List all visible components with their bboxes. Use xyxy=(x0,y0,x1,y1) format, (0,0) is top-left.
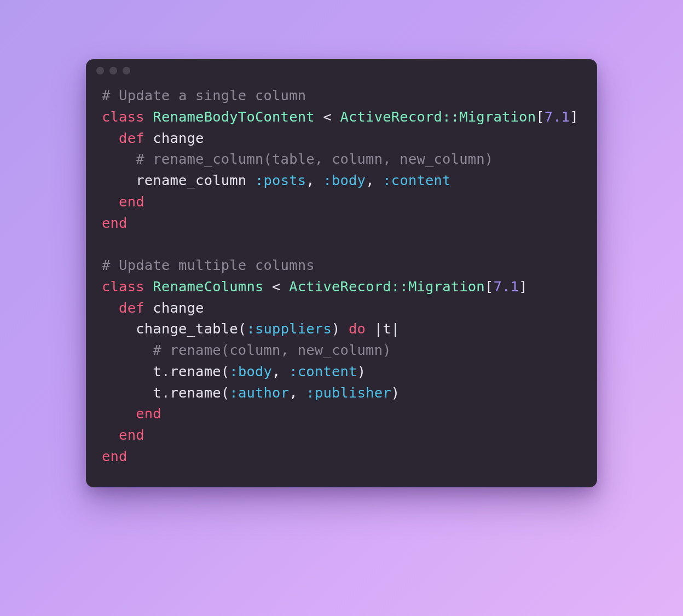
keyword-do: do xyxy=(349,320,366,337)
keyword-end: end xyxy=(102,427,144,443)
method-call: rename xyxy=(170,384,221,401)
bracket: ] xyxy=(570,108,578,125)
version-number: 7.1 xyxy=(545,108,570,125)
code-comment: # rename(column, new_column) xyxy=(102,342,391,358)
symbol-arg: :body xyxy=(323,172,366,188)
traffic-light-zoom-icon xyxy=(123,67,130,74)
method-call: rename_column xyxy=(136,172,246,188)
keyword-class: class xyxy=(102,108,153,125)
code-window: # Update a single column class RenameBod… xyxy=(86,59,597,487)
traffic-light-close-icon xyxy=(96,67,104,74)
paren: ) xyxy=(357,363,366,379)
version-number: 7.1 xyxy=(493,278,519,295)
code-area: # Update a single column class RenameBod… xyxy=(86,82,597,487)
receiver: t xyxy=(153,384,161,401)
method-call: rename xyxy=(170,363,221,379)
bracket: [ xyxy=(485,278,494,295)
symbol-arg: :posts xyxy=(255,172,306,188)
indent xyxy=(102,363,153,379)
paren: ) xyxy=(391,384,400,401)
receiver: t xyxy=(153,363,161,379)
operator: < xyxy=(264,278,290,295)
symbol-arg: :content xyxy=(383,172,450,188)
comma: , xyxy=(366,172,383,188)
symbol-arg: :content xyxy=(289,363,357,379)
keyword-end: end xyxy=(102,448,128,464)
indent xyxy=(102,172,136,188)
method-name: change xyxy=(153,300,204,316)
base-class: ActiveRecord::Migration xyxy=(289,278,485,295)
keyword-end: end xyxy=(102,215,128,231)
paren: ) xyxy=(332,320,349,337)
comma: , xyxy=(289,384,306,401)
keyword-end: end xyxy=(102,405,161,422)
symbol-arg: :publisher xyxy=(306,384,391,401)
base-class: ActiveRecord::Migration xyxy=(340,108,536,125)
dot: . xyxy=(161,384,170,401)
paren: ( xyxy=(238,320,247,337)
code-comment: # rename_column(table, column, new_colum… xyxy=(102,151,493,167)
dot: . xyxy=(161,363,170,379)
window-titlebar xyxy=(86,60,597,82)
code-comment: # Update a single column xyxy=(102,87,306,103)
method-name: change xyxy=(153,130,204,146)
code-block: # Update a single column class RenameBod… xyxy=(102,85,581,467)
symbol-arg: :suppliers xyxy=(246,320,332,337)
class-name: RenameBodyToContent xyxy=(153,108,315,125)
indent xyxy=(102,384,153,401)
paren: ( xyxy=(221,384,230,401)
keyword-def: def xyxy=(102,300,153,316)
operator: < xyxy=(315,108,340,125)
symbol-arg: :author xyxy=(229,384,289,401)
method-call: change_table xyxy=(136,320,238,337)
keyword-class: class xyxy=(102,278,153,295)
bracket: ] xyxy=(519,278,528,295)
indent xyxy=(102,320,136,337)
symbol-arg: :body xyxy=(229,363,272,379)
block-param: t xyxy=(383,320,391,337)
comma: , xyxy=(306,172,323,188)
comma: , xyxy=(272,363,289,379)
class-name: RenameColumns xyxy=(153,278,263,295)
keyword-def: def xyxy=(102,130,153,146)
keyword-end: end xyxy=(102,193,144,210)
pipe: | xyxy=(366,320,383,337)
traffic-light-minimize-icon xyxy=(109,67,117,74)
paren: ( xyxy=(221,363,230,379)
code-comment: # Update multiple columns xyxy=(102,257,315,273)
pipe: | xyxy=(391,320,400,337)
space xyxy=(246,172,255,188)
bracket: [ xyxy=(536,108,545,125)
